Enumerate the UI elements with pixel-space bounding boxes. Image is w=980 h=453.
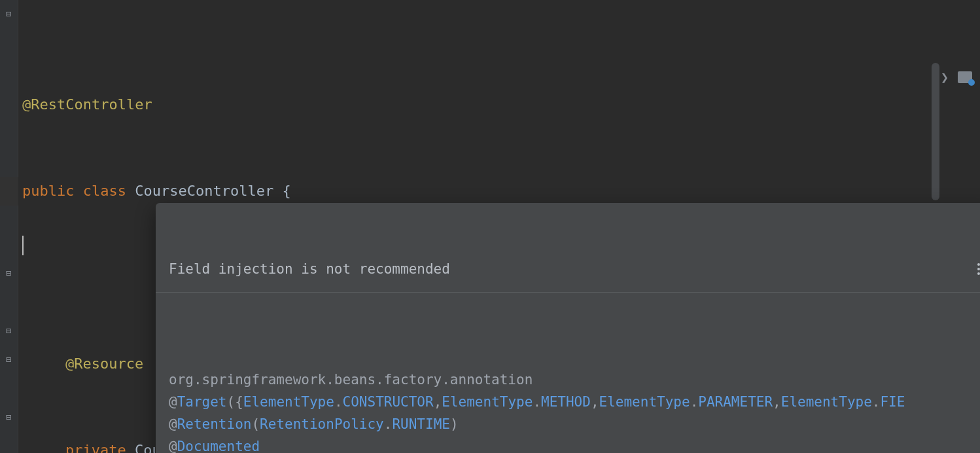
annotation: @RestController [22,96,152,113]
caret [22,236,24,255]
paren: ) [450,416,459,432]
inspection-header: Field injection is not recommended [156,247,980,293]
gutter-highlight [0,177,18,206]
code-line: @RestController [22,90,980,119]
comma: , [773,394,781,410]
doc-link[interactable]: ElementType [599,394,690,410]
doc-link[interactable]: Target [177,394,227,410]
dot: . [533,394,541,410]
fold-toggle-icon[interactable]: ⊟ [4,326,13,335]
dot: . [872,394,881,410]
vertical-scrollbar[interactable] [932,63,939,200]
editor-root: ⊟ ⊟ ⊟ ⊟ ⊟ @RestController public class C… [0,0,980,453]
editor-right-controls: ❯ [941,63,972,92]
at-sign: @ [169,439,177,453]
doc-link[interactable]: RUNTIME [392,416,450,432]
code-line: public class CourseController { [22,177,980,206]
comma: , [591,394,599,410]
doc-link[interactable]: RetentionPolicy [260,416,384,432]
doc-link[interactable]: CONSTRUCTOR [343,394,434,410]
fold-toggle-icon[interactable]: ⊟ [4,355,13,364]
brace: { [235,394,243,410]
doc-link[interactable]: ElementType [243,394,334,410]
dot: . [690,394,699,410]
comma: , [434,394,442,410]
doc-link[interactable]: ElementType [442,394,533,410]
documentation-popup: Field injection is not recommended org.s… [156,203,980,453]
dot: . [384,416,393,432]
keyword: public [22,183,74,199]
annotation: @Resource [65,355,143,372]
doc-link[interactable]: PARAMETER [698,394,773,410]
gutter: ⊟ ⊟ ⊟ ⊟ ⊟ [0,0,18,453]
fold-toggle-icon[interactable]: ⊟ [4,268,13,278]
paren: ( [227,394,236,410]
doc-package: org.springframework.beans.factory.annota… [169,372,533,388]
at-sign: @ [169,394,177,410]
keyword: private [65,442,126,453]
doc-link[interactable]: METHOD [541,394,591,410]
doc-link[interactable]: ElementType [781,394,872,410]
more-options-icon[interactable] [973,263,980,275]
dot: . [334,394,343,410]
doc-link[interactable]: Documented [177,439,260,453]
folder-settings-icon[interactable] [958,71,972,83]
code-area[interactable]: @RestController public class CourseContr… [18,0,980,453]
brace: { [273,183,291,199]
documentation-body[interactable]: org.springframework.beans.factory.annota… [156,337,980,453]
doc-link[interactable]: Retention [177,416,252,432]
keyword: class [83,183,126,199]
fold-toggle-icon[interactable]: ⊟ [4,412,13,422]
paren: ( [251,416,260,432]
fold-toggle-icon[interactable]: ⊟ [4,9,13,18]
class-name: CourseController [135,183,273,199]
doc-link[interactable]: FIE [880,394,905,410]
inspection-message: Field injection is not recommended [169,258,459,280]
chevron-right-icon[interactable]: ❯ [941,63,949,92]
at-sign: @ [169,416,177,432]
